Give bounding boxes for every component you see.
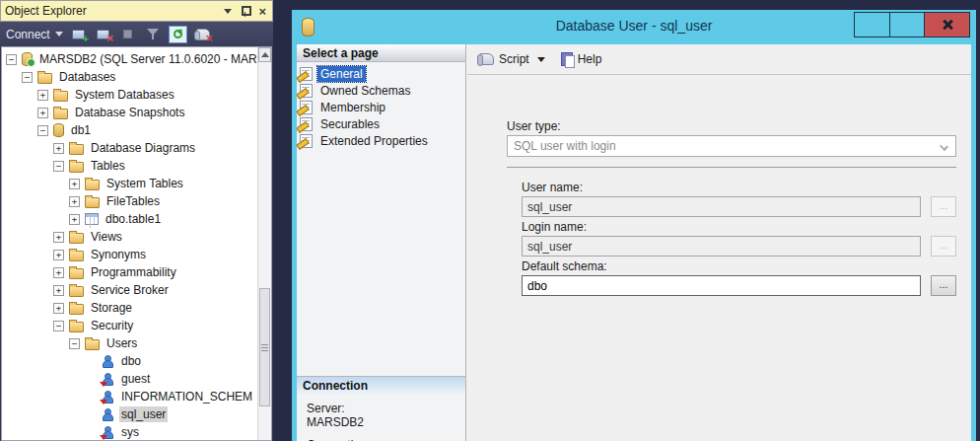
dialog-titlebar[interactable]: Database User - sql_user [292,10,976,44]
folder-icon [85,197,100,208]
dialog-toolbar: Script Help [467,44,971,75]
tree-item-label: Synonyms [89,247,148,262]
select-a-page-header: Select a page [297,44,465,62]
folder-icon [69,144,84,155]
expand-toggle[interactable]: + [69,214,80,225]
collapse-toggle[interactable]: − [53,161,64,172]
scrollbar-up-button[interactable] [258,47,271,62]
connect-database-icon [72,30,85,39]
tree-item-system-tables[interactable]: +System Tables [2,175,271,192]
form-separator [507,167,956,168]
tree-item-label: Tables [89,158,127,174]
page-item-owned-schemas[interactable]: Owned Schemas [300,82,465,99]
expand-toggle[interactable]: + [53,232,64,243]
maximize-button[interactable] [889,13,924,37]
login-name-browse-button: ... [931,236,956,257]
tree-item-databases[interactable]: −Databases [2,68,271,86]
help-button[interactable]: Help [561,52,602,66]
disconnect-database-button[interactable] [95,26,112,42]
tree-item-programmability[interactable]: +Programmability [2,263,271,281]
tree-item-sql-user[interactable]: sql_user [2,405,271,423]
object-explorer-panel: Object Explorer × Connect −MARSDB2 (SQL … [0,0,273,441]
object-explorer-titlebar[interactable]: Object Explorer × [0,0,273,22]
tree-item-label: Database Diagrams [89,140,197,156]
tree-item-synonyms[interactable]: +Synonyms [2,246,271,263]
tree-item-tables[interactable]: −Tables [2,157,271,175]
disconnect-database-icon [97,30,109,39]
expand-toggle[interactable]: + [53,285,64,296]
collapse-toggle[interactable]: − [37,125,48,136]
tree-item-views[interactable]: +Views [2,228,271,246]
filter-button[interactable] [144,26,162,42]
close-button[interactable] [924,13,969,37]
folder-icon [69,286,84,297]
page-item-membership[interactable]: Membership [300,99,465,115]
tree-item-dbo[interactable]: dbo [2,352,271,370]
user-red-icon [101,372,114,386]
tree-item-service-broker[interactable]: +Service Broker [2,281,271,299]
connect-button[interactable]: Connect [6,28,63,41]
collapse-toggle[interactable]: − [22,72,33,83]
expand-toggle[interactable]: + [53,250,64,260]
user-name-label: User name: [522,181,583,194]
expand-toggle[interactable]: + [37,90,48,101]
tree-item-filetables[interactable]: +FileTables [2,192,271,210]
help-icon [561,52,573,66]
tree-item-guest[interactable]: guest [2,370,271,388]
minimize-button[interactable] [855,13,889,37]
db-badge-icon [99,352,105,361]
window-position-chevron-icon[interactable] [224,9,232,14]
folder-icon [53,91,68,102]
dialog-left-pane: Select a page GeneralOwned SchemasMember… [297,44,466,441]
login-name-label: Login name: [522,220,587,234]
tree-item-database-snapshots[interactable]: +Database Snapshots [2,104,271,121]
tree-scrollbar[interactable] [257,47,271,440]
user-type-combobox[interactable]: SQL user with login [507,135,956,157]
tree-item-label: db1 [69,122,93,138]
expand-toggle[interactable]: + [53,143,64,154]
script-button[interactable]: Script [475,52,545,66]
expand-toggle[interactable]: + [69,196,80,207]
chevron-down-icon[interactable] [537,57,545,62]
database-user-dialog: Database User - sql_user Select a page G… [292,10,976,441]
scrollbar-thumb[interactable] [259,288,270,406]
collapse-toggle[interactable]: − [6,54,17,65]
object-explorer-tree: −MARSDB2 (SQL Server 11.0.6020 - MARSD−D… [2,50,271,441]
page-item-securables[interactable]: Securables [300,115,465,132]
tree-item-security[interactable]: −Security [2,317,271,334]
connect-database-button[interactable] [70,26,88,42]
default-schema-browse-button[interactable]: ... [931,275,956,296]
tree-item-information-schem[interactable]: INFORMATION_SCHEM [2,388,271,405]
auto-hide-pin-icon[interactable] [241,6,249,17]
expand-toggle[interactable]: + [69,179,80,189]
refresh-button[interactable] [169,26,187,43]
scrollbar-grip-icon [261,344,268,351]
page-item-general[interactable]: General [300,65,465,82]
expand-toggle[interactable]: + [53,267,64,278]
tree-item-label: Databases [57,69,117,85]
tree-item-db1[interactable]: −db1 [2,121,271,139]
table-icon [85,213,99,225]
user-db-icon [101,354,114,368]
default-schema-input[interactable]: dbo [522,275,921,296]
tree-item-database-diagrams[interactable]: +Database Diagrams [2,139,271,157]
close-icon[interactable]: × [258,6,266,17]
scroll-delete-button[interactable] [194,26,212,42]
tree-item-storage[interactable]: +Storage [2,299,271,317]
page-item-label: General [317,66,366,82]
pages-list: GeneralOwned SchemasMembershipSecurables… [297,62,465,149]
page-item-extended-properties[interactable]: Extended Properties [300,132,465,149]
tree-item-dbo-table1[interactable]: +dbo.table1 [2,210,271,228]
page-item-label: Securables [317,116,383,132]
tree-item-sys[interactable]: sys [2,423,271,441]
tree-item-users[interactable]: −Users [2,334,271,352]
tree-item-marsdb2-sql-server-11-0-6020-marsd[interactable]: −MARSDB2 (SQL Server 11.0.6020 - MARSD [2,50,271,68]
expand-toggle[interactable]: + [37,108,48,118]
stop-button[interactable] [119,26,137,42]
user-type-label: User type: [507,119,561,133]
collapse-toggle[interactable]: − [69,338,80,349]
collapse-toggle[interactable]: − [53,321,64,331]
expand-toggle[interactable]: + [53,303,64,314]
tree-item-label: dbo [119,353,143,369]
tree-item-system-databases[interactable]: +System Databases [2,86,271,104]
